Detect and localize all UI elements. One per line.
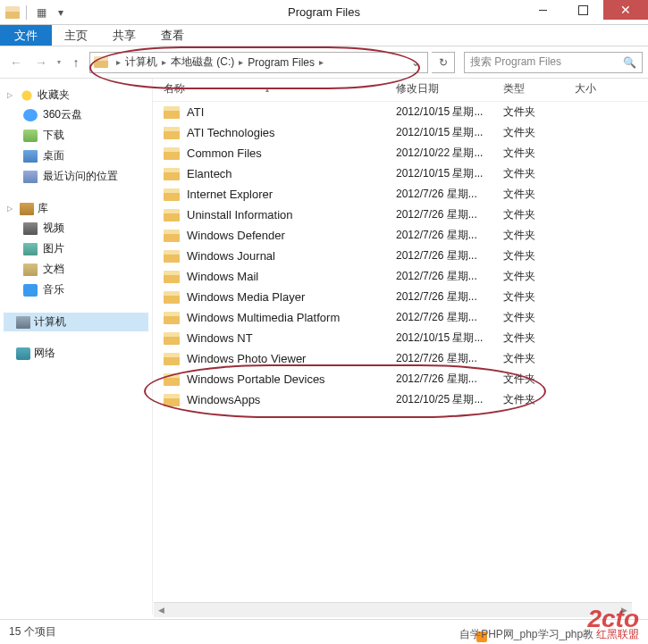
file-row[interactable]: Windows NT 2012/10/15 星期... 文件夹 [153, 328, 648, 348]
file-row[interactable]: Elantech 2012/10/15 星期... 文件夹 [153, 163, 648, 184]
file-row[interactable]: Uninstall Information 2012/7/26 星期... 文件… [153, 205, 648, 225]
column-size[interactable]: 大小 [575, 81, 619, 96]
column-type[interactable]: 类型 [503, 81, 575, 96]
minimize-button[interactable] [523, 0, 563, 20]
ribbon-tab-share[interactable]: 共享 [100, 25, 148, 46]
sidebar-item[interactable]: 音乐 [4, 280, 148, 300]
refresh-button[interactable]: ↻ [432, 52, 455, 73]
maximize-button[interactable] [563, 0, 603, 20]
file-row[interactable]: Windows Photo Viewer 2012/7/26 星期... 文件夹 [153, 348, 648, 369]
download-icon [23, 130, 38, 142]
folder-icon [164, 188, 180, 201]
sidebar-item[interactable]: 桌面 [4, 146, 148, 166]
file-row[interactable]: ATI Technologies 2012/10/15 星期... 文件夹 [153, 122, 648, 143]
file-name: Internet Explorer [187, 188, 396, 201]
star-icon [20, 89, 34, 102]
file-type: 文件夹 [503, 351, 575, 366]
file-date: 2012/7/26 星期... [396, 269, 503, 284]
file-date: 2012/7/26 星期... [396, 310, 503, 325]
file-row[interactable]: Windows Portable Devices 2012/7/26 星期...… [153, 369, 648, 389]
file-row[interactable]: Common Files 2012/10/22 星期... 文件夹 [153, 143, 648, 163]
file-row[interactable]: Internet Explorer 2012/7/26 星期... 文件夹 [153, 184, 648, 205]
folder-icon [164, 147, 180, 160]
document-icon [23, 263, 38, 276]
forward-button[interactable]: → [30, 52, 52, 73]
picture-icon [23, 243, 38, 255]
breadcrumb-sep[interactable]: ▸ [114, 57, 123, 67]
file-name: WindowsApps [187, 393, 396, 406]
ribbon-file-tab[interactable]: 文件 [0, 25, 52, 46]
sidebar-item[interactable]: 360云盘 [4, 105, 148, 125]
file-date: 2012/7/26 星期... [396, 207, 503, 222]
sidebar-network[interactable]: 网络 [4, 344, 148, 363]
file-date: 2012/7/26 星期... [396, 228, 503, 243]
recent-icon [23, 171, 38, 183]
titlebar: ▦ ▾ Program Files [0, 0, 648, 25]
file-name: Common Files [187, 146, 396, 160]
cloud-icon [23, 109, 38, 121]
search-input[interactable]: 搜索 Program Files 🔍 [464, 52, 643, 73]
sidebar-item[interactable]: 文档 [4, 259, 148, 280]
folder-icon [164, 394, 180, 406]
file-row[interactable]: Windows Multimedia Platform 2012/7/26 星期… [153, 307, 648, 328]
ribbon-tab-home[interactable]: 主页 [52, 25, 100, 46]
search-icon: 🔍 [623, 56, 636, 69]
sidebar-item[interactable]: 视频 [4, 218, 148, 238]
folder-icon [164, 271, 180, 283]
qat-newfolder-icon[interactable]: ▾ [53, 4, 69, 21]
qat-properties-icon[interactable]: ▦ [33, 4, 49, 21]
file-name: Windows Photo Viewer [187, 352, 396, 365]
file-date: 2012/10/22 星期... [396, 146, 503, 161]
file-name: ATI Technologies [187, 126, 396, 139]
breadcrumb-sep[interactable]: ▸ [236, 57, 246, 67]
file-type: 文件夹 [503, 289, 575, 305]
file-name: ATI [187, 105, 396, 119]
column-date[interactable]: 修改日期 [396, 81, 503, 96]
breadcrumb-sep[interactable]: ▸ [159, 57, 169, 67]
search-placeholder: 搜索 Program Files [470, 54, 561, 70]
file-date: 2012/10/15 星期... [396, 166, 503, 181]
close-button[interactable] [603, 0, 648, 20]
address-bar[interactable]: ▸ 计算机 ▸ 本地磁盘 (C:) ▸ Program Files ▸ ⌄ [89, 52, 428, 73]
breadcrumb-item[interactable]: 计算机 [123, 54, 159, 70]
file-name: Windows Multimedia Platform [187, 311, 396, 324]
file-row[interactable]: Windows Defender 2012/7/26 星期... 文件夹 [153, 225, 648, 246]
file-row[interactable]: Windows Journal 2012/7/26 星期... 文件夹 [153, 246, 648, 266]
window-title: Program Files [288, 5, 360, 19]
file-name: Windows Journal [187, 249, 396, 263]
sidebar-item[interactable]: 图片 [4, 238, 148, 259]
file-row[interactable]: ATI 2012/10/15 星期... 文件夹 [153, 102, 648, 122]
sidebar-item[interactable]: 下载 [4, 125, 148, 146]
file-row[interactable]: Windows Mail 2012/7/26 星期... 文件夹 [153, 266, 648, 287]
file-row[interactable]: Windows Media Player 2012/7/26 星期... 文件夹 [153, 287, 648, 307]
file-type: 文件夹 [503, 248, 575, 263]
address-dropdown[interactable]: ⌄ [408, 56, 424, 69]
navbar: ← → ▾ ↑ ▸ 计算机 ▸ 本地磁盘 (C:) ▸ Program File… [0, 46, 648, 79]
file-name: Windows Defender [187, 229, 396, 242]
file-row[interactable]: WindowsApps 2012/10/25 星期... 文件夹 [153, 389, 648, 410]
breadcrumb-item[interactable]: 本地磁盘 (C:) [169, 54, 236, 70]
file-type: 文件夹 [503, 105, 575, 120]
sidebar-libraries[interactable]: ▷库 [4, 199, 148, 218]
breadcrumb-sep[interactable]: ▸ [316, 57, 326, 67]
horizontal-scrollbar[interactable]: ◀ ▶ [154, 602, 632, 617]
file-name: Windows NT [187, 331, 396, 345]
sidebar-favorites[interactable]: ▷收藏夹 [4, 86, 148, 105]
back-button[interactable]: ← [5, 52, 27, 73]
sidebar-computer[interactable]: 计算机 [4, 313, 148, 331]
scroll-left-icon[interactable]: ◀ [154, 603, 169, 617]
file-type: 文件夹 [503, 207, 575, 222]
history-dropdown[interactable]: ▾ [55, 58, 63, 66]
ribbon-tab-view[interactable]: 查看 [148, 25, 197, 46]
file-date: 2012/7/26 星期... [396, 372, 503, 387]
folder-icon [164, 168, 180, 180]
file-date: 2012/10/15 星期... [396, 330, 503, 346]
content: ▷收藏夹 360云盘 下载 桌面 最近访问的位置 ▷库 视频 图片 文档 音乐 … [0, 79, 648, 615]
folder-icon [164, 353, 180, 365]
up-button[interactable]: ↑ [66, 53, 86, 72]
breadcrumb-item[interactable]: Program Files [246, 56, 316, 69]
sidebar-item[interactable]: 最近访问的位置 [4, 166, 148, 187]
file-type: 文件夹 [503, 228, 575, 243]
watermark-text: 自学PHP网_php学习_php教 红黑联盟 [459, 627, 639, 642]
column-name[interactable]: 名称▴ [164, 81, 396, 96]
